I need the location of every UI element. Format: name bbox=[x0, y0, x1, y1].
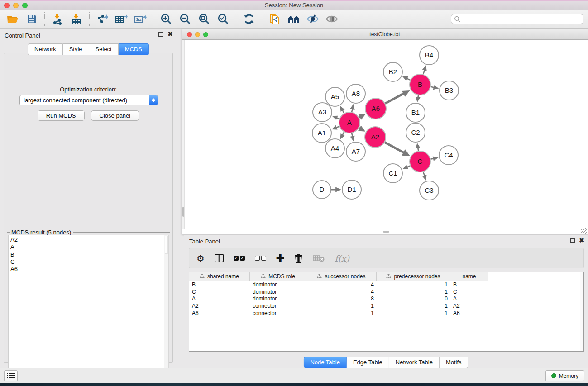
table-cell[interactable]: 0 bbox=[377, 295, 450, 302]
table-cell[interactable]: dominator bbox=[250, 295, 306, 302]
clone-network-icon[interactable] bbox=[268, 12, 282, 26]
table-row[interactable]: Adominator80A bbox=[189, 295, 583, 302]
edge-A-A1[interactable] bbox=[336, 126, 339, 128]
column-header-name[interactable]: name bbox=[450, 272, 488, 281]
node-A[interactable]: A bbox=[339, 112, 360, 133]
edge-C-C3[interactable] bbox=[423, 172, 425, 176]
tab-select[interactable]: Select bbox=[89, 43, 119, 55]
zoom-in-icon[interactable] bbox=[159, 12, 173, 26]
run-mcds-button[interactable]: Run MCDS bbox=[38, 110, 85, 121]
table-cell[interactable]: dominator bbox=[250, 289, 306, 295]
table-cell[interactable]: A bbox=[189, 295, 250, 302]
mcds-result-list[interactable]: A2ABCA6 bbox=[8, 235, 165, 383]
edge-C-C2[interactable] bbox=[418, 148, 418, 151]
zoom-out-icon[interactable] bbox=[178, 12, 192, 26]
table-cell[interactable]: 1 bbox=[377, 281, 450, 288]
table-cell[interactable]: 1 bbox=[306, 310, 377, 316]
column-header-shared-name[interactable]: shared name bbox=[189, 272, 250, 281]
node-A2[interactable]: A2 bbox=[365, 127, 386, 148]
column-header-successor-nodes[interactable]: successor nodes bbox=[306, 272, 377, 281]
node-D[interactable]: D bbox=[313, 181, 331, 199]
edge-A-A4[interactable] bbox=[343, 132, 344, 135]
node-B2[interactable]: B2 bbox=[383, 62, 402, 81]
edge-A-A7[interactable] bbox=[352, 133, 353, 136]
table-cell[interactable]: B bbox=[450, 281, 488, 288]
mcds-list-scrollbar[interactable] bbox=[164, 235, 169, 383]
table-cell[interactable]: 1 bbox=[377, 289, 450, 295]
edge-A6-B[interactable] bbox=[385, 94, 404, 104]
tab-node-table[interactable]: Node Table bbox=[303, 357, 347, 368]
node-A6[interactable]: A6 bbox=[365, 98, 386, 119]
table-cell[interactable]: 8 bbox=[306, 295, 377, 302]
column-header-MCDS-role[interactable]: MCDS role bbox=[250, 272, 306, 281]
table-row[interactable]: A2connector11A2 bbox=[189, 302, 583, 310]
table-close-panel-icon[interactable]: ✖ bbox=[579, 238, 584, 243]
import-network-icon[interactable] bbox=[50, 12, 65, 26]
export-table-icon[interactable] bbox=[114, 12, 129, 26]
edge-A-A5[interactable] bbox=[343, 110, 344, 113]
table-cell[interactable]: C bbox=[450, 289, 488, 295]
network-vertical-scrollbar[interactable] bbox=[182, 40, 185, 229]
tab-network[interactable]: Network bbox=[28, 43, 63, 55]
table-cell[interactable]: 1 bbox=[306, 303, 377, 309]
export-network-icon[interactable] bbox=[95, 12, 110, 26]
table-cell[interactable]: dominator bbox=[250, 281, 306, 288]
edge-A-A8[interactable] bbox=[352, 109, 353, 112]
show-column-icon[interactable] bbox=[215, 252, 224, 265]
table-cell[interactable]: A2 bbox=[450, 303, 488, 309]
table-cell[interactable]: A2 bbox=[189, 303, 250, 309]
node-A8[interactable]: A8 bbox=[346, 84, 365, 103]
close-panel-icon[interactable]: ✖ bbox=[167, 32, 173, 37]
tab-style[interactable]: Style bbox=[63, 43, 89, 55]
table-cell[interactable]: 4 bbox=[306, 281, 377, 288]
table-cell[interactable]: B bbox=[189, 281, 250, 288]
table-cell[interactable]: C bbox=[189, 289, 250, 295]
node-A4[interactable]: A4 bbox=[325, 139, 344, 158]
export-image-icon[interactable] bbox=[133, 12, 148, 26]
table-cell[interactable]: connector bbox=[250, 303, 306, 309]
mcds-result-item[interactable]: A6 bbox=[10, 266, 164, 273]
tab-mcds[interactable]: MCDS bbox=[119, 43, 149, 55]
zoom-selected-icon[interactable] bbox=[216, 12, 230, 26]
network-canvas[interactable]: B4B2BB3A5A8A6B1A3AA1C2A2A4A7CC4C1C3DD1 bbox=[185, 40, 585, 229]
node-B3[interactable]: B3 bbox=[440, 81, 459, 100]
table-options-gear-icon[interactable]: ⚙ bbox=[196, 252, 205, 265]
tab-edge-table[interactable]: Edge Table bbox=[347, 357, 389, 368]
unselect-all-columns-icon[interactable] bbox=[255, 252, 266, 265]
node-D1[interactable]: D1 bbox=[342, 180, 361, 199]
mcds-result-item[interactable]: B bbox=[10, 251, 164, 258]
table-cell[interactable]: A6 bbox=[450, 310, 488, 316]
table-cell[interactable]: connector bbox=[250, 310, 306, 316]
tab-network-table[interactable]: Network Table bbox=[389, 357, 440, 368]
edge-C-C1[interactable] bbox=[407, 166, 410, 167]
node-C2[interactable]: C2 bbox=[406, 123, 425, 142]
hide-graphics-details-icon[interactable] bbox=[306, 12, 320, 26]
float-panel-icon[interactable] bbox=[158, 32, 163, 37]
task-history-button[interactable] bbox=[4, 370, 18, 381]
table-scrollbar[interactable] bbox=[580, 272, 583, 351]
node-B4[interactable]: B4 bbox=[420, 46, 439, 65]
home-icon[interactable] bbox=[287, 12, 301, 26]
node-B[interactable]: B bbox=[410, 74, 430, 95]
show-hide-eye-icon[interactable] bbox=[325, 12, 339, 26]
node-B1[interactable]: B1 bbox=[406, 103, 425, 122]
mcds-result-item[interactable]: A2 bbox=[10, 236, 164, 243]
open-file-icon[interactable] bbox=[5, 12, 20, 26]
node-C1[interactable]: C1 bbox=[383, 164, 402, 183]
edge-A2-C[interactable] bbox=[385, 142, 404, 152]
search-field[interactable] bbox=[451, 14, 583, 24]
function-builder-icon[interactable]: f(x) bbox=[335, 252, 349, 265]
add-column-icon[interactable]: ✚ bbox=[276, 252, 284, 265]
delete-columns-icon[interactable] bbox=[294, 252, 303, 265]
tab-motifs[interactable]: Motifs bbox=[440, 357, 468, 368]
column-header-predecessor-nodes[interactable]: predecessor nodes bbox=[377, 272, 450, 281]
search-input[interactable] bbox=[460, 15, 583, 23]
node-C3[interactable]: C3 bbox=[420, 181, 439, 200]
import-table-icon[interactable] bbox=[69, 12, 84, 26]
zoom-fit-icon[interactable] bbox=[197, 12, 211, 26]
edge-B-B4[interactable] bbox=[423, 70, 425, 74]
refresh-icon[interactable] bbox=[242, 12, 256, 26]
select-all-columns-icon[interactable]: ✓✓ bbox=[234, 252, 245, 265]
node-C4[interactable]: C4 bbox=[439, 146, 458, 165]
table-cell[interactable]: 1 bbox=[377, 310, 450, 316]
